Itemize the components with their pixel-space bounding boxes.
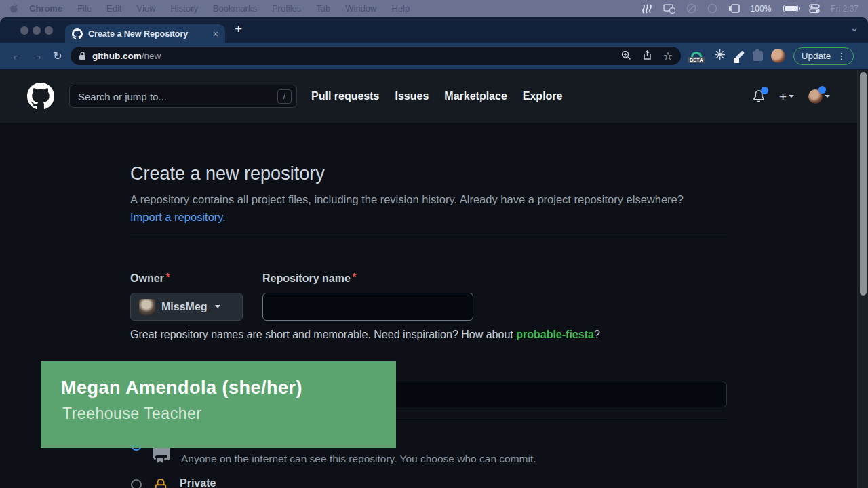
nav-pull-requests[interactable]: Pull requests <box>311 90 379 102</box>
scrollbar-thumb[interactable] <box>860 72 867 296</box>
chrome-profile-avatar[interactable] <box>771 49 785 63</box>
menu-bookmarks[interactable]: Bookmarks <box>213 3 257 14</box>
repository-name-input[interactable] <box>262 293 473 321</box>
page-title: Create a new repository <box>130 163 325 184</box>
share-icon[interactable] <box>643 50 652 62</box>
plus-icon: + <box>779 90 787 103</box>
extension-gear-icon[interactable] <box>714 49 726 63</box>
extension-pen-icon[interactable] <box>734 52 744 61</box>
zoom-page-icon[interactable] <box>621 50 631 62</box>
owner-avatar <box>139 299 155 315</box>
display-status-icon[interactable] <box>663 4 675 14</box>
tab-search-chevron-icon[interactable]: ⌄ <box>850 22 859 33</box>
notifications-bell-icon[interactable] <box>753 90 765 102</box>
browser-toolbar: ← → ↻ github.com/new <box>0 43 868 70</box>
chrome-update-button[interactable]: Update ⋮ <box>793 47 854 65</box>
private-radio[interactable] <box>131 479 142 488</box>
hint-text: Great repository names are short and mem… <box>130 329 516 340</box>
chevron-down-icon <box>825 95 830 98</box>
required-asterisk: * <box>164 271 170 282</box>
minimize-window-button[interactable] <box>33 26 41 35</box>
required-asterisk: * <box>351 271 356 282</box>
tab-strip: Create a New Repository × + ⌄ <box>0 17 868 43</box>
menubar-clock[interactable]: Fri 2:37 <box>831 4 859 14</box>
search-placeholder: Search or jump to... <box>78 91 167 102</box>
close-window-button[interactable] <box>20 26 28 35</box>
intro-text: A repository contains all project files,… <box>130 193 684 205</box>
tab-close-icon[interactable]: × <box>213 28 218 39</box>
extensions-puzzle-icon[interactable] <box>753 51 763 61</box>
status-circle-icon[interactable] <box>686 3 696 14</box>
extension-beta-icon[interactable]: BETA <box>688 52 705 63</box>
presenter-lower-third: Megan Amendola (she/her) Treehouse Teach… <box>41 361 396 448</box>
private-label: Private <box>180 477 216 488</box>
macos-menubar: Chrome File Edit View History Bookmarks … <box>0 0 868 17</box>
private-lock-icon <box>153 478 168 488</box>
owner-name: MissMeg <box>161 301 208 313</box>
back-button[interactable]: ← <box>7 49 27 63</box>
owner-select-button[interactable]: MissMeg <box>130 293 243 321</box>
lock-icon[interactable] <box>79 52 86 60</box>
presenter-role: Treehouse Teacher <box>62 405 396 423</box>
divider <box>130 237 727 237</box>
menu-profiles[interactable]: Profiles <box>272 3 301 14</box>
suggested-repo-name[interactable]: probable-fiesta <box>516 329 594 340</box>
update-label: Update <box>802 51 831 61</box>
github-header: Search or jump to... / Pull requests Iss… <box>0 70 868 123</box>
github-nav: Pull requests Issues Marketplace Explore <box>311 90 562 102</box>
dropdown-caret-icon <box>215 305 220 308</box>
apple-logo-icon[interactable] <box>9 3 18 14</box>
url-path: /new <box>142 51 161 61</box>
zoom-window-button[interactable] <box>45 26 53 35</box>
repository-name-label: Repository name* <box>262 272 356 285</box>
new-tab-button[interactable]: + <box>235 22 242 37</box>
github-logo-icon[interactable] <box>27 83 54 110</box>
github-search-input[interactable]: Search or jump to... / <box>69 85 297 108</box>
create-new-dropdown[interactable]: + <box>779 90 794 103</box>
nav-explore[interactable]: Explore <box>523 90 563 102</box>
url-host: github.com <box>92 51 142 61</box>
scrollbar-track[interactable] <box>857 70 868 488</box>
presenter-name: Megan Amendola (she/her) <box>61 378 396 399</box>
menu-file[interactable]: File <box>77 3 92 14</box>
status-circle2-icon[interactable] <box>707 3 717 14</box>
menu-view[interactable]: View <box>136 3 155 14</box>
public-description: Anyone on the internet can see this repo… <box>181 453 536 465</box>
intro-paragraph: A repository contains all project files,… <box>130 190 693 226</box>
chevron-down-icon <box>789 95 794 98</box>
menu-tab[interactable]: Tab <box>316 3 330 14</box>
browser-tab[interactable]: Create a New Repository × <box>65 24 225 43</box>
slash-key-hint: / <box>277 89 292 104</box>
menu-chrome[interactable]: Chrome <box>29 3 62 14</box>
stage-manager-icon[interactable] <box>728 4 740 14</box>
reload-button[interactable]: ↻ <box>47 49 68 62</box>
owner-label: Owner* <box>130 272 170 285</box>
notification-dot <box>761 87 768 94</box>
menu-help[interactable]: Help <box>392 3 410 14</box>
import-repository-link[interactable]: Import a repository. <box>130 211 226 223</box>
menu-history[interactable]: History <box>170 3 197 14</box>
nav-issues[interactable]: Issues <box>395 90 429 102</box>
hint-suffix: ? <box>594 329 600 340</box>
github-favicon <box>72 28 83 39</box>
forward-button[interactable]: → <box>27 49 47 63</box>
beta-badge: BETA <box>688 57 705 63</box>
tab-title: Create a New Repository <box>88 29 209 39</box>
nav-marketplace[interactable]: Marketplace <box>444 90 507 102</box>
browser-window: Create a New Repository × + ⌄ ← → ↻ gith… <box>0 17 868 488</box>
menu-window[interactable]: Window <box>345 3 376 14</box>
page-viewport: Search or jump to... / Pull requests Iss… <box>0 70 868 488</box>
address-bar[interactable]: github.com/new ☆ <box>71 47 681 65</box>
name-suggestion-hint: Great repository names are short and mem… <box>130 329 600 341</box>
control-center-icon[interactable] <box>809 4 820 13</box>
battery-icon <box>783 5 798 12</box>
bookmark-star-icon[interactable]: ☆ <box>663 49 673 62</box>
avatar-status-dot <box>818 86 826 94</box>
chrome-menu-icon[interactable]: ⋮ <box>837 51 846 61</box>
waves-status-icon[interactable] <box>642 4 652 14</box>
menu-edit[interactable]: Edit <box>106 3 121 14</box>
battery-percentage: 100% <box>751 4 772 14</box>
profile-menu[interactable] <box>808 89 830 104</box>
